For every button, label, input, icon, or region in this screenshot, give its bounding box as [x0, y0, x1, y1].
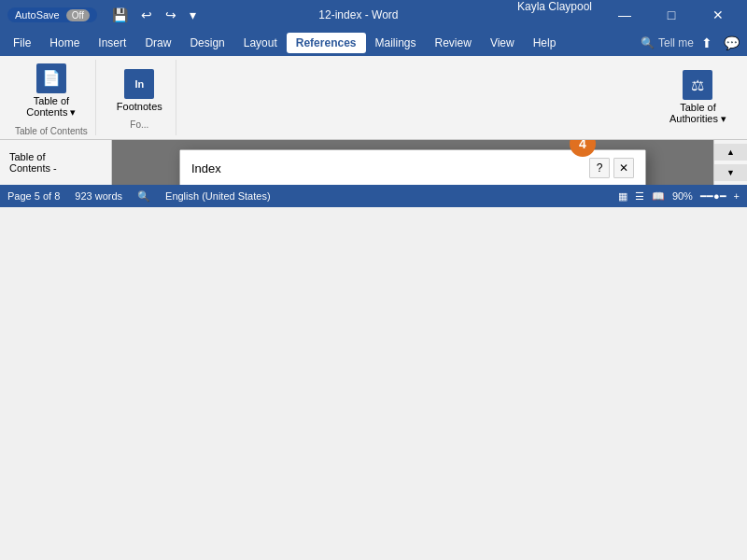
minimize-button[interactable]: — [603, 0, 646, 30]
toc-icon: 📄 [36, 63, 66, 93]
view-read-icon[interactable]: 📖 [652, 190, 665, 203]
menubar-item-insert[interactable]: Insert [89, 33, 135, 53]
zoom-plus-button[interactable]: + [734, 190, 740, 202]
doc-title: 12-index - Word [318, 8, 398, 21]
toa-icon: ⚖ [683, 70, 712, 100]
save-button[interactable]: 💾 [108, 7, 132, 22]
close-window-button[interactable]: ✕ [697, 0, 740, 30]
toc-label: Table ofContents ▾ [26, 95, 76, 119]
view-normal-icon[interactable]: ▦ [618, 190, 627, 203]
footnotes-button[interactable]: In Footnotes [111, 65, 168, 116]
footnotes-label: Footnotes [117, 101, 162, 112]
menubar-item-draw[interactable]: Draw [135, 33, 180, 53]
page-info: Page 5 of 8 [7, 190, 60, 202]
statusbar: Page 5 of 8 923 words 🔍 English (United … [0, 185, 747, 207]
zoom-level: 90% [672, 190, 693, 202]
content-area: Table ofContents - 3 Index ? ✕ Index [0, 140, 747, 185]
dialog-titlebar: Index ? ✕ [180, 150, 645, 185]
dialog-overlay: Index ? ✕ Index Table of Contents Table … [112, 140, 713, 185]
view-web-icon[interactable]: ☰ [635, 190, 644, 203]
undo-button[interactable]: ↩ [137, 7, 156, 22]
menubar-item-view[interactable]: View [481, 33, 524, 53]
ribbon-group-label-toc: Table of Contents [15, 126, 88, 136]
table-of-contents-button[interactable]: 📄 Table ofContents ▾ [21, 60, 81, 122]
table-of-authorities-button[interactable]: ⚖ Table ofAuthorities ▾ [664, 66, 732, 129]
titlebar-right: Kayla Claypool — □ ✕ [517, 0, 740, 30]
footnotes-icon: In [124, 69, 154, 99]
maximize-button[interactable]: □ [650, 0, 693, 30]
autosave-state: Off [66, 9, 90, 21]
language-status: English (United States) [165, 190, 271, 202]
scroll-top-button[interactable]: ▲ [714, 144, 747, 161]
menubar-item-file[interactable]: File [4, 33, 40, 53]
autosave-label[interactable]: AutoSave Off [7, 7, 97, 22]
search-icon: 🔍 [641, 36, 655, 49]
left-sidebar: Table ofContents - [0, 140, 112, 185]
menubar-item-layout[interactable]: Layout [234, 33, 287, 53]
check-icon: 🔍 [137, 190, 150, 203]
ribbon: 📄 Table ofContents ▾ Table of Contents I… [0, 56, 747, 140]
comments-button[interactable]: 💬 [720, 35, 743, 50]
document-area: 3 Index ? ✕ Index Table of Contents Tabl… [112, 140, 713, 185]
word-count: 923 words [75, 190, 122, 202]
menubar-item-review[interactable]: Review [426, 33, 481, 53]
vertical-scroll[interactable]: ▲ ▼ [714, 144, 747, 181]
menubar: File Home Insert Draw Design Layout Refe… [0, 30, 747, 56]
sidebar-toc-button[interactable]: Table ofContents - [4, 147, 107, 177]
right-scrollbar: ▲ ▼ [713, 140, 747, 185]
share-button[interactable]: ⬆ [698, 35, 716, 50]
dialog-help-button[interactable]: ? [589, 158, 610, 178]
ribbon-group-toc: 📄 Table ofContents ▾ Table of Contents [7, 60, 96, 135]
menubar-item-help[interactable]: Help [524, 33, 566, 53]
dialog-controls: ? ✕ [589, 158, 634, 178]
dialog-close-button[interactable]: ✕ [613, 158, 634, 178]
menubar-item-mailings[interactable]: Mailings [366, 33, 426, 53]
menubar-item-home[interactable]: Home [40, 33, 89, 53]
ribbon-group-footnotes: In Footnotes Fo... [104, 60, 176, 135]
scroll-bottom-button[interactable]: ▼ [714, 164, 747, 181]
user-name: Kayla Claypool [517, 0, 592, 30]
tell-me-label: Tell me [658, 36, 694, 49]
menubar-item-design[interactable]: Design [180, 33, 233, 53]
ribbon-group-toa: ⚖ Table ofAuthorities ▾ [656, 60, 740, 135]
zoom-slider[interactable]: ━━●━ [700, 190, 726, 203]
redo-button[interactable]: ↪ [162, 7, 180, 22]
ribbon-group-label-fn: Fo... [130, 119, 148, 130]
menubar-item-references[interactable]: References [287, 33, 366, 53]
dialog-title: Index [191, 161, 221, 175]
toa-label: Table ofAuthorities ▾ [669, 102, 726, 125]
status-right: ▦ ☰ 📖 90% ━━●━ + [618, 190, 740, 203]
titlebar: AutoSave Off 💾 ↩ ↪ ▾ 12-index - Word Kay… [0, 0, 747, 30]
titlebar-left: AutoSave Off 💾 ↩ ↪ ▾ [7, 7, 200, 22]
quick-access-more-button[interactable]: ▾ [186, 7, 200, 22]
